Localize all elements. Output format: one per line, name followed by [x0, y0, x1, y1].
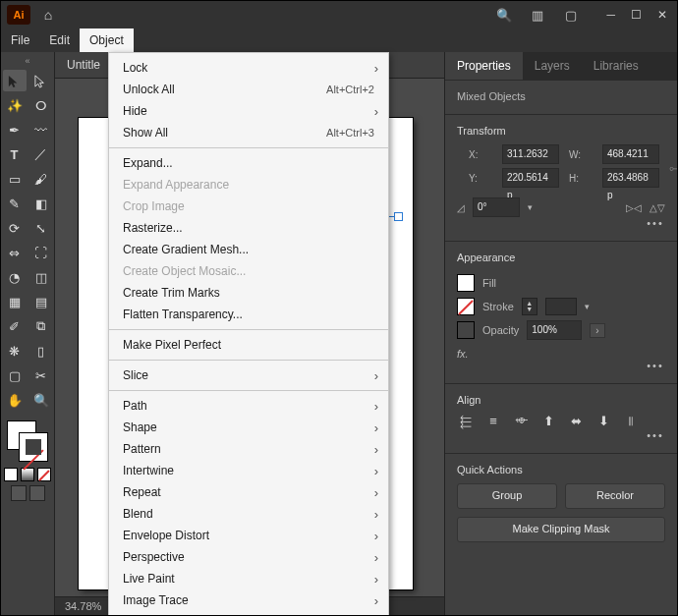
menu-item-unlock-all[interactable]: Unlock AllAlt+Ctrl+2	[109, 79, 388, 100]
toolbox-grip[interactable]: «	[1, 56, 54, 66]
close-button[interactable]: ✕	[657, 8, 673, 22]
opacity-swatch[interactable]	[457, 321, 475, 339]
align-more-icon[interactable]: •••	[646, 429, 665, 441]
menu-item-blend[interactable]: Blend	[109, 503, 388, 525]
maximize-button[interactable]: ☐	[631, 8, 648, 22]
appearance-more-icon[interactable]: •••	[646, 360, 665, 371]
fill-color-swatch[interactable]	[457, 274, 475, 292]
pen-tool[interactable]: ✒	[3, 119, 27, 140]
blend-tool[interactable]: ⧉	[29, 315, 53, 337]
menu-item-shape[interactable]: Shape	[109, 417, 388, 438]
rectangle-tool[interactable]: ▭	[3, 168, 27, 190]
align-top-icon[interactable]: ⬆	[539, 414, 557, 429]
menu-item-repeat[interactable]: Repeat	[109, 481, 388, 503]
line-tool[interactable]: ／	[29, 143, 53, 165]
flip-v-icon[interactable]: △▽	[650, 202, 665, 213]
hand-tool[interactable]: ✋	[3, 389, 27, 411]
reference-point[interactable]	[457, 146, 459, 170]
gradient-tool[interactable]: ▤	[29, 291, 53, 312]
align-hcenter-icon[interactable]: ≡	[484, 414, 502, 429]
menu-item-envelope-distort[interactable]: Envelope Distort	[109, 525, 388, 546]
direct-selection-tool[interactable]	[29, 70, 53, 91]
align-left-icon[interactable]: ⬱	[457, 414, 475, 429]
menu-item-live-paint[interactable]: Live Paint	[109, 568, 388, 589]
menu-item-intertwine[interactable]: Intertwine	[109, 460, 388, 481]
zoom-tool[interactable]: 🔍	[29, 389, 53, 411]
rotate-input[interactable]: 0°	[473, 197, 520, 217]
shape-builder-tool[interactable]: ◔	[3, 266, 27, 288]
color-mode-none[interactable]	[37, 468, 51, 481]
menu-item-text-wrap[interactable]: Text Wrap	[109, 611, 388, 616]
menu-edit[interactable]: Edit	[39, 28, 80, 52]
curvature-tool[interactable]: 〰	[29, 119, 53, 140]
stroke-swatch[interactable]	[19, 432, 48, 462]
h-input[interactable]: 263.4868 p	[602, 168, 659, 188]
rotate-tool[interactable]: ⟳	[3, 217, 27, 239]
menu-item-lock[interactable]: Lock	[109, 57, 388, 79]
perspective-tool[interactable]: ◫	[29, 266, 53, 288]
free-transform-tool[interactable]: ⛶	[29, 242, 53, 263]
opacity-more-icon[interactable]: ›	[590, 323, 604, 338]
stroke-weight-input[interactable]	[545, 298, 577, 315]
symbol-sprayer-tool[interactable]: ❋	[3, 340, 27, 362]
menu-item-make-pixel-perfect[interactable]: Make Pixel Perfect	[109, 334, 388, 356]
fill-stroke-swatch[interactable]	[7, 420, 48, 462]
home-icon[interactable]: ⌂	[36, 7, 60, 23]
tab-libraries[interactable]: Libraries	[582, 52, 650, 80]
menu-file[interactable]: File	[1, 28, 39, 52]
transform-more-icon[interactable]: •••	[646, 217, 665, 229]
width-tool[interactable]: ⇔	[3, 242, 27, 263]
type-tool[interactable]: T	[3, 143, 27, 165]
eyedropper-tool[interactable]: ✐	[3, 315, 27, 337]
color-mode-gradient[interactable]	[21, 468, 34, 481]
menu-item-rasterize[interactable]: Rasterize...	[109, 217, 388, 239]
graph-tool[interactable]: ▯	[29, 340, 53, 362]
menu-item-pattern[interactable]: Pattern	[109, 438, 388, 460]
tab-layers[interactable]: Layers	[523, 52, 582, 80]
menu-item-show-all[interactable]: Show AllAlt+Ctrl+3	[109, 122, 388, 143]
menu-item-slice[interactable]: Slice	[109, 364, 388, 386]
lasso-tool[interactable]: ⵔ	[29, 94, 53, 116]
mesh-tool[interactable]: ▦	[3, 291, 27, 312]
tab-properties[interactable]: Properties	[445, 52, 523, 80]
align-right-icon[interactable]: ⬲	[512, 414, 530, 429]
menu-item-path[interactable]: Path	[109, 395, 388, 417]
screen-mode-normal[interactable]	[11, 485, 27, 501]
stroke-weight-dropdown-icon[interactable]: ▾	[585, 302, 590, 311]
group-button[interactable]: Group	[457, 483, 557, 509]
eraser-tool[interactable]: ◧	[29, 193, 53, 214]
selection-tool[interactable]	[3, 70, 27, 91]
distribute-icon[interactable]: ⫴	[622, 414, 640, 429]
color-mode-solid[interactable]	[4, 468, 18, 481]
scale-tool[interactable]: ⤡	[29, 217, 53, 239]
fx-button[interactable]: fx.	[457, 348, 665, 360]
slice-tool[interactable]: ✂	[29, 364, 53, 386]
magic-wand-tool[interactable]: ✨	[3, 94, 27, 116]
menu-item-hide[interactable]: Hide	[109, 100, 388, 122]
recolor-button[interactable]: Recolor	[565, 483, 665, 509]
flip-h-icon[interactable]: ▷◁	[626, 202, 642, 213]
menu-item-perspective[interactable]: Perspective	[109, 546, 388, 568]
make-clipping-mask-button[interactable]: Make Clipping Mask	[457, 517, 665, 542]
menu-item-image-trace[interactable]: Image Trace	[109, 589, 388, 611]
link-wh-icon[interactable]: ⟜	[669, 162, 678, 175]
workspace-switcher-icon[interactable]: ▢	[563, 8, 579, 23]
artboard-tool[interactable]: ▢	[3, 364, 27, 386]
align-vcenter-icon[interactable]: ⬌	[567, 414, 585, 429]
search-icon[interactable]: 🔍	[496, 8, 512, 23]
w-input[interactable]: 468.4211 p	[602, 144, 659, 164]
y-input[interactable]: 220.5614 p	[502, 168, 559, 188]
align-bottom-icon[interactable]: ⬇	[594, 414, 612, 429]
minimize-button[interactable]: ─	[606, 8, 621, 22]
x-input[interactable]: 311.2632 p	[502, 144, 559, 164]
menu-item-create-trim-marks[interactable]: Create Trim Marks	[109, 282, 388, 304]
shaper-tool[interactable]: ✎	[3, 193, 27, 214]
menu-object[interactable]: Object	[80, 28, 134, 52]
menu-item-create-gradient-mesh[interactable]: Create Gradient Mesh...	[109, 239, 388, 260]
menu-item-expand[interactable]: Expand...	[109, 152, 388, 174]
paintbrush-tool[interactable]: 🖌	[29, 168, 53, 190]
menu-item-flatten-transparency[interactable]: Flatten Transparency...	[109, 304, 388, 325]
stroke-color-swatch[interactable]	[457, 298, 475, 315]
rotate-dropdown-icon[interactable]: ▾	[528, 202, 533, 212]
screen-mode-full[interactable]	[29, 485, 45, 501]
